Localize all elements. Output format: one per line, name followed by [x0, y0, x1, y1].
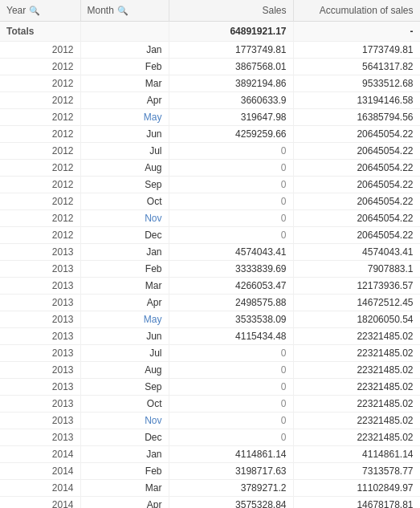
sales-cell: 3789271.2	[169, 480, 293, 497]
month-cell: Mar	[80, 480, 169, 497]
year-cell: 2013	[0, 396, 80, 412]
month-cell: Jul	[80, 345, 169, 362]
month-cell: Nov	[80, 210, 169, 227]
year-cell: 2012	[0, 109, 80, 126]
table-row: 2012Jul020645054.22	[0, 143, 420, 160]
totals-empty	[80, 22, 169, 42]
accumulation-cell: 20645054.22	[293, 126, 420, 143]
month-cell: Apr	[80, 497, 169, 509]
year-search-icon[interactable]: 🔍	[29, 6, 40, 16]
year-cell: 2013	[0, 311, 80, 328]
accumulation-cell: 20645054.22	[293, 143, 420, 160]
accumulation-cell: 22321485.02	[293, 379, 420, 396]
sales-cell: 3198717.63	[169, 463, 293, 480]
sales-cell: 3333839.69	[169, 261, 293, 278]
totals-row: Totals 64891921.17 -	[0, 22, 420, 42]
month-cell: May	[80, 311, 169, 328]
table-header: Year 🔍 Month 🔍 Sales Accumulation of sal…	[0, 0, 420, 22]
month-cell: May	[80, 109, 169, 126]
table-row: 2014Apr3575328.8414678178.81	[0, 497, 420, 509]
month-cell: Aug	[80, 362, 169, 379]
month-cell: Dec	[80, 429, 169, 446]
year-cell: 2012	[0, 126, 80, 143]
sales-cell: 0	[169, 412, 293, 429]
accumulation-label: Accumulation of sales	[320, 5, 414, 16]
accumulation-cell: 22321485.02	[293, 412, 420, 429]
table-row: 2013Mar4266053.4712173936.57	[0, 278, 420, 295]
sales-cell: 0	[169, 177, 293, 193]
sales-cell: 0	[169, 210, 293, 227]
accumulation-cell: 22321485.02	[293, 362, 420, 379]
month-cell: Apr	[80, 295, 169, 311]
totals-accumulation: -	[293, 22, 420, 42]
table-row: 2012Jun4259259.6620645054.22	[0, 126, 420, 143]
year-cell: 2014	[0, 463, 80, 480]
table-row: 2012Sep020645054.22	[0, 177, 420, 193]
month-cell: Sep	[80, 379, 169, 396]
table-row: 2013Sep022321485.02	[0, 379, 420, 396]
month-cell: Mar	[80, 75, 169, 92]
accumulation-cell: 20645054.22	[293, 210, 420, 227]
totals-label: Totals	[0, 22, 80, 42]
totals-sales: 64891921.17	[169, 22, 293, 42]
year-cell: 2014	[0, 446, 80, 463]
month-label: Month	[88, 5, 114, 16]
month-search-icon[interactable]: 🔍	[117, 6, 128, 16]
sales-cell: 4115434.48	[169, 328, 293, 345]
sales-cell: 0	[169, 227, 293, 244]
table-row: 2013Nov022321485.02	[0, 412, 420, 429]
accumulation-cell: 11102849.97	[293, 480, 420, 497]
year-cell: 2013	[0, 412, 80, 429]
table-row: 2013Feb3333839.697907883.1	[0, 261, 420, 278]
table-row: 2014Jan4114861.144114861.14	[0, 446, 420, 463]
accumulation-cell: 13194146.58	[293, 92, 420, 109]
accumulation-cell: 14672512.45	[293, 295, 420, 311]
month-cell: Nov	[80, 412, 169, 429]
table-row: 2013Apr2498575.8814672512.45	[0, 295, 420, 311]
year-cell: 2012	[0, 160, 80, 177]
sales-cell: 0	[169, 429, 293, 446]
month-cell: Feb	[80, 261, 169, 278]
year-cell: 2012	[0, 59, 80, 75]
accumulation-cell: 5641317.82	[293, 59, 420, 75]
sales-cell: 0	[169, 379, 293, 396]
sales-cell: 0	[169, 193, 293, 210]
sales-cell: 3892194.86	[169, 75, 293, 92]
month-cell: Apr	[80, 92, 169, 109]
month-cell: Oct	[80, 396, 169, 412]
sales-cell: 0	[169, 362, 293, 379]
sales-table: Year 🔍 Month 🔍 Sales Accumulation of sal…	[0, 0, 420, 508]
accumulation-cell: 16385794.56	[293, 109, 420, 126]
accumulation-cell: 20645054.22	[293, 160, 420, 177]
table-row: 2013Dec022321485.02	[0, 429, 420, 446]
year-cell: 2013	[0, 429, 80, 446]
table-row: 2012Mar3892194.869533512.68	[0, 75, 420, 92]
table-row: 2012Oct020645054.22	[0, 193, 420, 210]
month-cell: Sep	[80, 177, 169, 193]
year-cell: 2013	[0, 345, 80, 362]
accumulation-cell: 12173936.57	[293, 278, 420, 295]
month-cell: Dec	[80, 227, 169, 244]
table-row: 2012Apr3660633.913194146.58	[0, 92, 420, 109]
sales-cell: 0	[169, 160, 293, 177]
sales-cell: 0	[169, 396, 293, 412]
accumulation-cell: 1773749.81	[293, 42, 420, 59]
accumulation-cell: 22321485.02	[293, 429, 420, 446]
table-row: 2013May3533538.0918206050.54	[0, 311, 420, 328]
table-row: 2013Jul022321485.02	[0, 345, 420, 362]
year-cell: 2012	[0, 227, 80, 244]
year-cell: 2014	[0, 480, 80, 497]
sales-cell: 3575328.84	[169, 497, 293, 509]
sales-cell: 4574043.41	[169, 244, 293, 261]
table-row: 2012Feb3867568.015641317.82	[0, 59, 420, 75]
accumulation-cell: 18206050.54	[293, 311, 420, 328]
sales-cell: 3867568.01	[169, 59, 293, 75]
accumulation-column-header: Accumulation of sales	[293, 0, 420, 22]
year-cell: 2013	[0, 328, 80, 345]
accumulation-cell: 22321485.02	[293, 345, 420, 362]
sales-cell: 4114861.14	[169, 446, 293, 463]
sales-cell: 319647.98	[169, 109, 293, 126]
accumulation-cell: 4574043.41	[293, 244, 420, 261]
table-row: 2013Oct022321485.02	[0, 396, 420, 412]
accumulation-cell: 7313578.77	[293, 463, 420, 480]
